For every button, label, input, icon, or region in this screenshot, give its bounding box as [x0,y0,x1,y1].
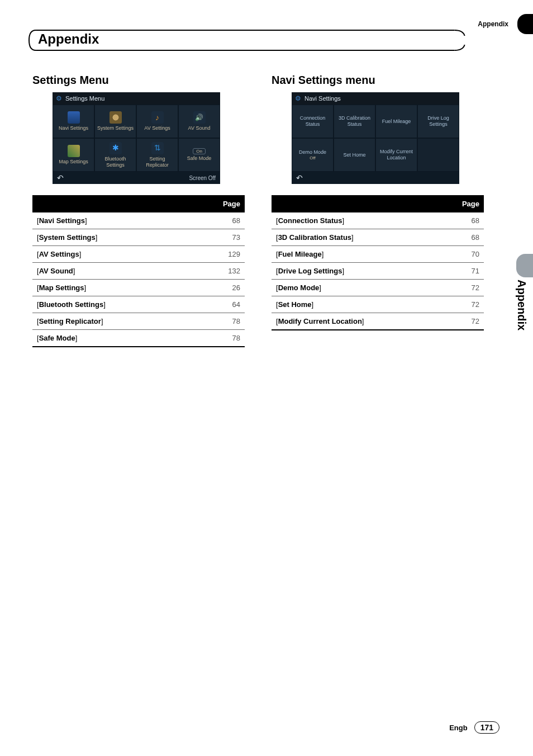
right-table-body: [Connection Status]68 [3D Calibration St… [272,212,484,330]
table-row: [Map Settings]26 [32,280,245,296]
right-section-title: Navi Settings menu [272,74,484,87]
slider-icon: ⚙ [56,94,62,102]
header-section-label: Appendix [478,20,508,28]
side-grey-tab [516,254,533,277]
cell-navi-settings: Navi Settings [53,105,94,138]
screen-title: Navi Settings [304,95,341,102]
navi-settings-screenshot: ⚙ Navi Settings Connection Status 3D Cal… [292,92,459,184]
flag-icon [68,111,80,124]
cell-setting-replicator: Setting Replicator [136,138,178,172]
on-badge: On [193,148,206,155]
settings-menu-screenshot: ⚙ Settings Menu Navi Settings System Set… [53,92,220,184]
screen-header: ⚙ Navi Settings [292,92,459,105]
screen-footer: ↶ [292,172,459,184]
right-title-b: menu [342,74,375,86]
back-arrow-icon: ↶ [296,173,303,182]
screen-title: Settings Menu [65,95,104,102]
content-columns: Settings Menu ⚙ Settings Menu Navi Setti… [32,74,501,347]
cell-empty [417,138,459,172]
table-row: [AV Sound]132 [32,263,245,280]
screen-header: ⚙ Settings Menu [53,92,220,105]
cell-bluetooth-settings: Bluetooth Settings [94,138,136,172]
cell-connection-status: Connection Status [292,105,334,138]
cell-modify-location: Modify Current Location [375,138,417,172]
bluetooth-icon [110,142,122,154]
replicator-icon [151,142,164,154]
right-th-page: Page [450,196,484,212]
screen-grid: Connection Status 3D Calibration Status … [292,105,459,172]
page-footer: Engb 171 [449,721,499,734]
table-row: [Drive Log Settings]71 [272,263,484,280]
cell-drive-log: Drive Log Settings [417,105,459,138]
table-row: [3D Calibration Status]68 [272,229,484,246]
table-row: [Navi Settings]68 [32,212,245,229]
screen-grid: Navi Settings System Settings AV Setting… [53,105,220,172]
gear-icon [110,111,122,124]
left-th-page: Page [211,196,245,212]
left-index-table: Page [Navi Settings]68 [System Settings]… [32,195,245,347]
screen-footer-label: Screen Off [189,175,216,181]
table-row: [Demo Mode]72 [272,280,484,296]
cell-map-settings: Map Settings [53,138,94,172]
left-column: Settings Menu ⚙ Settings Menu Navi Setti… [32,74,245,347]
footer-page-number: 171 [474,721,499,734]
table-row: [Modify Current Location]72 [272,313,484,330]
table-row: [Bluetooth Settings]64 [32,296,245,313]
table-row: [Set Home]72 [272,296,484,313]
table-row: [System Settings]73 [32,229,245,246]
map-icon [68,145,80,157]
left-th-empty [32,196,211,212]
cell-av-settings: AV Settings [136,105,178,138]
header-black-tab [517,14,533,34]
back-arrow-icon: ↶ [57,173,64,182]
cell-fuel-mileage: Fuel Mileage [375,105,417,138]
table-row: [Fuel Mileage]70 [272,246,484,263]
footer-lang: Engb [449,724,468,732]
table-row: [Safe Mode]78 [32,330,245,347]
slider-icon: ⚙ [295,94,301,102]
right-title-a: Navi Settings [272,74,342,86]
table-row: [Connection Status]68 [272,212,484,229]
cell-demo-mode: Demo ModeOff [292,138,334,172]
right-th-empty [272,196,450,212]
demo-mode-sub: Off [310,155,316,161]
speaker-icon [193,111,206,124]
cell-system-settings: System Settings [94,105,136,138]
music-note-icon [151,111,164,124]
chapter-title: Appendix [38,31,99,47]
left-table-body: [Navi Settings]68 [System Settings]73 [A… [32,212,245,347]
cell-av-sound: AV Sound [178,105,220,138]
table-row: [AV Settings]129 [32,246,245,263]
cell-set-home: Set Home [334,138,375,172]
chapter-header: Appendix [28,29,499,51]
side-appendix-label: Appendix [515,280,528,330]
cell-3d-calibration: 3D Calibration Status [334,105,375,138]
right-index-table: Page [Connection Status]68 [3D Calibrati… [272,195,484,330]
right-column: Navi Settings menu ⚙ Navi Settings Conne… [272,74,484,347]
screen-footer: ↶ Screen Off [53,172,220,184]
left-section-title: Settings Menu [32,74,245,87]
table-row: [Setting Replicator]78 [32,313,245,330]
cell-safe-mode: OnSafe Mode [178,138,220,172]
